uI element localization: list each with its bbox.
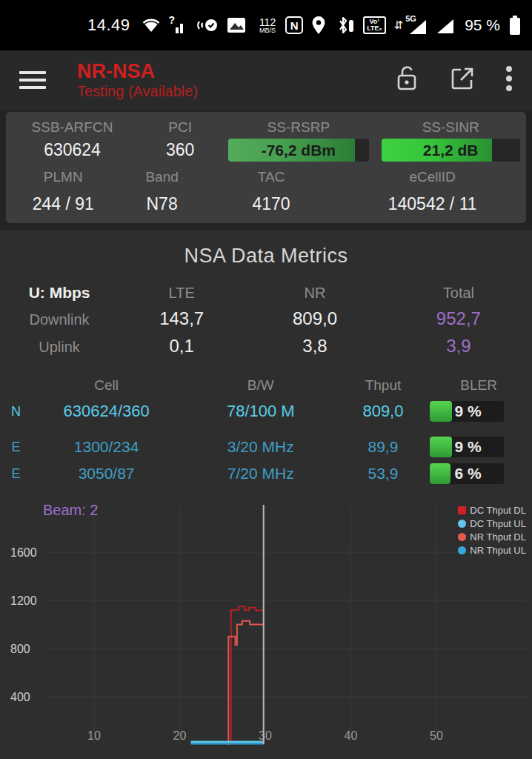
cell-bw: 78/100 M [181, 402, 340, 421]
clock: 14.49 [87, 16, 130, 35]
cell-thput: 89,9 [341, 438, 426, 456]
open-in-new-icon[interactable] [449, 65, 476, 95]
header-cell: Cell [32, 377, 181, 394]
svg-text:1600: 1600 [10, 546, 37, 559]
downlink-nr: 809,0 [245, 308, 385, 329]
sinr-bar: 21,2 dB [382, 139, 520, 162]
bler-value: 6 % [454, 463, 481, 484]
ssb-arfcn-value: 630624 [6, 140, 139, 160]
bler-bar: 6 % [430, 463, 504, 484]
ecellid-label: eCellID [339, 168, 526, 188]
tac-value: 4170 [204, 194, 339, 214]
battery-icon [508, 15, 522, 36]
rsrp-value: -76,2 dBm [228, 139, 370, 162]
col-nr: NR [245, 285, 385, 302]
menu-icon[interactable] [19, 71, 46, 89]
legend-marker-icon [458, 506, 466, 514]
legend-marker-icon [458, 546, 466, 554]
svg-text:40: 40 [345, 729, 358, 742]
status-bar: 14.49 ? 112 MB/S N Vo¹ LTE₂ ⇵ [0, 0, 532, 50]
pci-label: PCI [139, 118, 222, 139]
svg-text:10: 10 [87, 729, 101, 742]
cell-bw: 7/20 MHz [181, 465, 340, 483]
svg-text:20: 20 [173, 729, 187, 742]
svg-text:1200: 1200 [10, 594, 37, 607]
table-row[interactable]: N 630624/360 78/100 M 809,0 9 % [0, 401, 532, 422]
header-bw: B/W [181, 377, 340, 394]
cell-type: E [0, 440, 32, 455]
header-thput: Thput [341, 377, 426, 394]
bler-bar: 9 % [430, 401, 504, 422]
pci-value: 360 [139, 140, 222, 160]
table-row[interactable]: E 3050/87 7/20 MHz 53,9 6 % [0, 463, 532, 484]
band-label: Band [120, 168, 203, 188]
legend-item: NR Thput UL [458, 543, 526, 557]
cell-thput: 809,0 [341, 402, 426, 421]
legend-marker-icon [458, 520, 466, 528]
nfc-icon: N [285, 16, 303, 34]
svg-text:400: 400 [10, 691, 30, 703]
data-activity-icon: ⇵ [394, 19, 404, 32]
page-subtitle: Testing (Available) [77, 83, 394, 100]
signal-sim2-icon [436, 16, 455, 34]
chart-canvas[interactable]: 400800120016001020304050 [0, 497, 532, 758]
cell-type: N [0, 404, 32, 420]
table-row[interactable]: E 1300/234 3/20 MHz 89,9 9 % [0, 437, 532, 457]
location-icon [311, 16, 326, 35]
throughput-chart[interactable]: 400800120016001020304050 Beam: 2 DC Thpu… [0, 497, 532, 758]
nsa-data-metrics-section: NSA Data Metrics U: Mbps LTE NR Total Do… [0, 230, 532, 357]
legend-label: DC Thput DL [470, 505, 526, 516]
section-title: NSA Data Metrics [0, 245, 532, 268]
page-title: NR-NSA [77, 60, 394, 83]
uplink-label: Uplink [0, 339, 119, 356]
app-bar: NR-NSA Testing (Available) [0, 50, 532, 110]
screenshot-notification-icon [227, 17, 246, 33]
uplink-nr: 3,8 [245, 336, 385, 357]
legend-item: NR Thput DL [458, 530, 526, 543]
ecellid-value: 140542 / 11 [339, 194, 526, 214]
bluetooth-connected-icon [334, 16, 355, 35]
cell-table: Cell B/W Thput BLER N 630624/360 78/100 … [0, 377, 532, 484]
cell-type: E [0, 466, 32, 482]
unlock-icon[interactable] [394, 64, 419, 96]
svg-text:30: 30 [259, 729, 272, 742]
svg-text:50: 50 [430, 729, 443, 742]
legend-label: NR Thput DL [470, 531, 526, 543]
bler-bar: 9 % [430, 437, 504, 457]
uplink-total: 3,9 [385, 336, 532, 357]
cell-id: 630624/360 [32, 402, 181, 421]
serving-cell-band: SSB-ARFCN PCI SS-RSRP SS-SINR 630624 360… [0, 110, 532, 230]
legend-marker-icon [458, 533, 466, 541]
downlink-row: Downlink 143,7 809,0 952,7 [0, 308, 532, 329]
bler-value: 9 % [454, 401, 481, 422]
col-lte: LTE [119, 285, 245, 302]
serving-cell-card[interactable]: SSB-ARFCN PCI SS-RSRP SS-SINR 630624 360… [6, 112, 526, 223]
downlink-lte: 143,7 [119, 308, 245, 329]
volte-sim-badge-icon: Vo¹ LTE₂ [363, 16, 385, 34]
network-speed-indicator: 112 MB/S [259, 17, 276, 34]
unit-label: U: Mbps [0, 284, 119, 302]
downlink-label: Downlink [0, 311, 119, 328]
plmn-label: PLMN [6, 168, 120, 188]
cell-id: 3050/87 [32, 465, 181, 483]
cell-bw: 3/20 MHz [181, 438, 340, 456]
wifi-icon [142, 17, 161, 33]
title-block: NR-NSA Testing (Available) [77, 60, 394, 100]
uplink-row: Uplink 0,1 3,8 3,9 [0, 336, 532, 357]
cell-id: 1300/234 [32, 438, 181, 456]
plmn-value: 244 / 91 [6, 194, 120, 214]
ss-rsrp-label: SS-RSRP [222, 118, 375, 139]
legend-label: NR Thput UL [470, 545, 526, 556]
cell-thput: 53,9 [341, 465, 426, 483]
chart-legend: DC Thput DLDC Thput ULNR Thput DLNR Thpu… [458, 503, 526, 557]
battery-percent: 95 % [465, 16, 500, 34]
overflow-menu-icon[interactable] [505, 64, 513, 96]
beam-annotation: Beam: 2 [43, 502, 98, 519]
rsrp-bar: -76,2 dBm [228, 139, 370, 162]
legend-item: DC Thput DL [458, 503, 526, 517]
wifi-calling-check-icon [196, 17, 219, 33]
svg-text:800: 800 [10, 643, 30, 655]
col-total: Total [385, 285, 532, 302]
ss-sinr-label: SS-SINR [375, 118, 526, 139]
bler-value: 9 % [454, 437, 481, 457]
